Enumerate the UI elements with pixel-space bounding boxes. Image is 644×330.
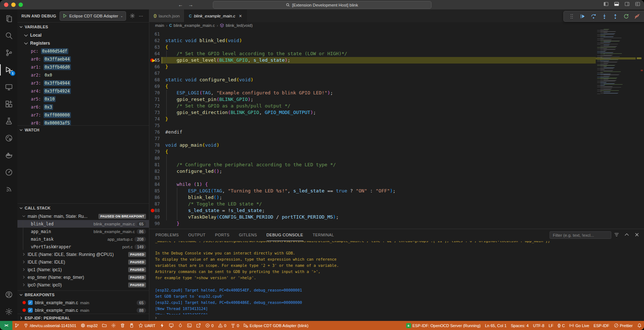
status-esp-idf-version[interactable]: ESP-IDF (591, 321, 611, 330)
step-over-button[interactable] (591, 13, 596, 19)
breakpoint-checkbox[interactable]: ✓ (28, 300, 33, 305)
peripheral-header[interactable]: ESP-IDF: PERIPHERAL (17, 314, 149, 322)
stack-frame[interactable]: vPortTaskWrapperport.c149 (17, 243, 149, 250)
code-line-83[interactable]: 83 (149, 175, 596, 181)
code-line-76[interactable]: 76#endif (149, 129, 596, 135)
stack-frame[interactable]: app_mainblink_example_main.c86 (17, 228, 149, 235)
code-line-64[interactable]: 64 /* Set the GPIO level according to th… (149, 50, 596, 57)
minimize-button[interactable] (11, 3, 16, 7)
activity-remote-explorer-icon[interactable] (0, 78, 17, 95)
tab-blink_example_main.c[interactable]: Cblink_example_main.c× (185, 9, 247, 22)
code-line-65[interactable]: 65 gpio_set_level(BLINK_GPIO, s_led_stat… (149, 57, 596, 64)
code-line-81[interactable]: 81 /* Configure the peripheral according… (149, 162, 596, 168)
register-row[interactable]: ar8: 0x00003af5 (17, 119, 149, 126)
status-eol[interactable]: LF (547, 321, 556, 330)
disconnect-button[interactable] (634, 13, 640, 19)
status-notifications[interactable] (635, 321, 644, 330)
code-line-63[interactable]: 63{ (149, 44, 596, 50)
gear-icon[interactable] (130, 13, 135, 19)
customize-layout-icon[interactable] (635, 1, 640, 8)
variables-group[interactable]: Local (17, 31, 149, 39)
breadcrumb-item[interactable]: main (155, 23, 164, 28)
code-line-85[interactable]: 85 ESP_LOGI(TAG, "Turning the LED %s!", … (149, 188, 596, 194)
toggle-primary-sidebar-icon[interactable] (603, 1, 609, 8)
breadcrumb-item[interactable]: blink_led(void) (220, 23, 252, 28)
overview-ruler[interactable] (636, 29, 644, 229)
activity-docker-icon[interactable] (0, 147, 17, 164)
code-line-75[interactable]: 75 (149, 122, 596, 129)
code-line-69[interactable]: 69{ (149, 83, 596, 90)
status-flash-method[interactable]: UART (136, 321, 158, 330)
status-monitor[interactable] (167, 321, 176, 330)
tab-launch.json[interactable]: {}launch.json (149, 9, 185, 22)
toggle-panel-icon[interactable] (614, 1, 619, 8)
continue-button[interactable] (580, 13, 586, 19)
status-project-folder[interactable] (100, 321, 109, 330)
status-errors[interactable]: 0 (203, 321, 216, 330)
status-indentation[interactable]: Spaces: 4 (509, 321, 531, 330)
panel-tab-gitlens[interactable]: GITLENS (239, 229, 257, 241)
console-filter-input[interactable] (550, 231, 611, 239)
breadcrumb-item[interactable]: Cblink_example_main.c (169, 23, 215, 28)
status-flash-monitor[interactable] (176, 321, 185, 330)
variables-group[interactable]: Registers (17, 39, 149, 47)
watch-header[interactable]: WATCH (17, 126, 149, 134)
code-line-84[interactable]: 84 while (1) { (149, 181, 596, 188)
register-row[interactable]: pc: 0x400d54df (17, 47, 149, 55)
status-encoding[interactable]: UTF-8 (531, 321, 546, 330)
register-row[interactable]: ar4: 0x3ffb4924 (17, 87, 149, 95)
activity-accounts-icon[interactable] (0, 286, 17, 303)
stack-frame[interactable]: blink_ledblink_example_main.c65 (17, 220, 149, 228)
register-row[interactable]: ar3: 0x3ffb4944 (17, 79, 149, 87)
panel-tab-problems[interactable]: PROBLEMS (155, 229, 179, 241)
close-icon[interactable]: × (239, 13, 242, 19)
code-line-62[interactable]: 62static void blink_led(void) (149, 37, 596, 44)
register-row[interactable]: ar7: 0xff000000 (17, 111, 149, 119)
breakpoint-icon[interactable] (151, 209, 154, 212)
register-row[interactable]: ar5: 0x10 (17, 95, 149, 103)
code-line-77[interactable]: 77 (149, 135, 596, 142)
code-line-71[interactable]: 71 gpio_reset_pin(BLINK_GPIO); (149, 96, 596, 103)
status-go-live[interactable]: Go Live (567, 321, 591, 330)
code-line-79[interactable]: 79{ (149, 148, 596, 155)
register-row[interactable]: ar0: 0x3ffaeb44 (17, 55, 149, 63)
register-row[interactable]: ar6: 0x3 (17, 103, 149, 111)
code-line-78[interactable]: 78void app_main(void) (149, 142, 596, 148)
panel-tab-output[interactable]: OUTPUT (188, 229, 206, 241)
thread-row[interactable]: IDLE (Name: IDLE, State: Running @CPU1)P… (17, 250, 149, 258)
call-stack-header[interactable]: CALL STACK (17, 204, 149, 212)
code-line-88[interactable]: 88 s_led_state = !s_led_state; (149, 207, 596, 214)
minimap[interactable] (596, 29, 636, 229)
code-line-90[interactable]: 90 } (149, 220, 596, 227)
activity-testing-icon[interactable] (0, 113, 17, 130)
thread-row[interactable]: IDLE (Name: IDLE)PAUSED (17, 258, 149, 266)
code-line-67[interactable]: 67 (149, 70, 596, 77)
breakpoint-row[interactable]: ✓blink_example_main.cmain88 (17, 306, 149, 314)
activity-source-control-icon[interactable] (0, 44, 17, 61)
code-line-89[interactable]: 89 vTaskDelay(CONFIG_BLINK_PERIOD / port… (149, 214, 596, 220)
activity-search-icon[interactable] (0, 27, 17, 44)
drag-grip-button[interactable] (569, 13, 575, 19)
debug-console-output[interactable]: _main.c","fullname":"/Users/braintghacto… (149, 241, 639, 314)
activity-explorer-icon[interactable] (0, 10, 17, 27)
register-row[interactable]: ar2: 0x0 (17, 71, 149, 79)
more-actions-icon[interactable]: ··· (139, 13, 143, 19)
status-idf-terminal[interactable] (185, 321, 194, 330)
code-line-86[interactable]: 86 blink_led(); (149, 194, 596, 201)
status-openocd-server[interactable]: +ESP-IDF: OpenOCD Server (Running) (404, 321, 483, 330)
code-line-72[interactable]: 72 /* Set the GPIO as a push/pull output… (149, 103, 596, 109)
close-panel-icon[interactable] (634, 232, 640, 237)
activity-esp-idf-explorer-icon[interactable] (0, 130, 17, 147)
stack-frame[interactable]: main_taskapp_startup.c208 (17, 235, 149, 243)
code-line-66[interactable]: 66} (149, 64, 596, 70)
code-line-87[interactable]: 87 /* Toggle the LED state */ (149, 201, 596, 207)
breakpoint-checkbox[interactable]: ✓ (28, 308, 33, 313)
status-prettier[interactable]: Prettier (612, 321, 635, 330)
code-line-61[interactable]: 61 (149, 31, 596, 37)
activity-manage-icon[interactable] (0, 303, 17, 320)
code-line-68[interactable]: 68static void configure_led(void) (149, 77, 596, 83)
thread-row[interactable]: main (Name: main, State: Ru...PAUSED ON … (17, 212, 149, 220)
status-flash[interactable] (158, 321, 167, 330)
status-ports-forwarded[interactable]: 0 (228, 321, 241, 330)
thread-row[interactable]: esp_timer (Name: esp_timer)PAUSED (17, 273, 149, 281)
